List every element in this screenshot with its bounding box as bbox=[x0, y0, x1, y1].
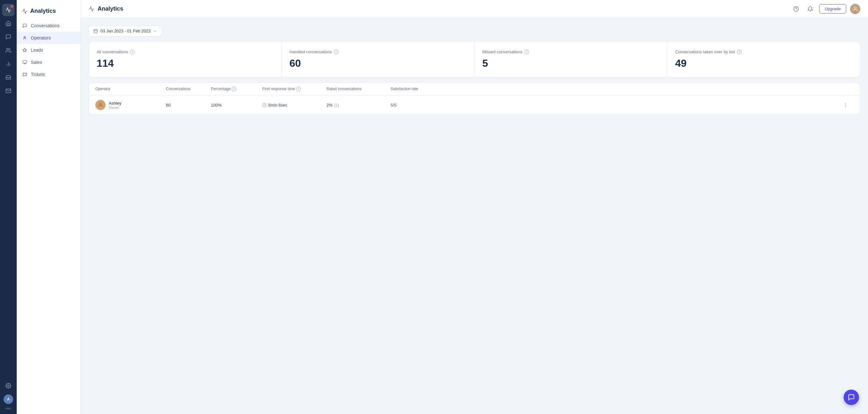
td-satisfaction-rate: 5/5 bbox=[391, 103, 841, 107]
main-area: Analytics Upgrade bbox=[81, 0, 868, 414]
stat-handled-conversations-label: Handled conversations ? bbox=[289, 50, 467, 54]
td-more bbox=[841, 100, 854, 109]
more-options-button[interactable] bbox=[841, 100, 850, 109]
all-conversations-help[interactable]: ? bbox=[130, 50, 134, 54]
svg-rect-7 bbox=[23, 61, 27, 63]
stat-missed-conversations-label: Missed conversations ? bbox=[483, 50, 660, 54]
stat-handled-conversations-value: 60 bbox=[289, 58, 467, 69]
user-avatar-small: A bbox=[3, 394, 13, 404]
stat-all-conversations-value: 114 bbox=[97, 58, 274, 69]
stat-missed-conversations-value: 5 bbox=[483, 58, 660, 69]
sidebar-item-tickets-label: Tickets bbox=[31, 72, 45, 77]
icon-bar-inbox[interactable] bbox=[2, 71, 14, 84]
first-response-help[interactable]: ? bbox=[296, 87, 301, 91]
sidebar-item-tickets[interactable]: Tickets bbox=[17, 68, 81, 81]
sidebar-item-operators[interactable]: Operators bbox=[17, 32, 81, 44]
stats-row: All conversations ? 114 Handled conversa… bbox=[89, 41, 860, 77]
operator-role: Owner bbox=[109, 105, 121, 109]
chevron-down-icon bbox=[153, 29, 157, 33]
stat-all-conversations-label: All conversations ? bbox=[97, 50, 274, 54]
topbar: Analytics Upgrade bbox=[81, 0, 868, 18]
td-conversations: 60 bbox=[166, 103, 211, 107]
satisfaction-rate-link[interactable]: 5/5 bbox=[391, 103, 397, 107]
th-conversations: Conversations bbox=[166, 87, 211, 91]
stat-handled-conversations: Handled conversations ? 60 bbox=[282, 42, 475, 77]
svg-point-5 bbox=[24, 36, 26, 38]
th-rated-conversations: Rated conversations bbox=[327, 87, 391, 91]
sidebar-item-conversations[interactable]: Conversations bbox=[17, 20, 81, 32]
sales-icon bbox=[22, 59, 28, 65]
svg-point-12 bbox=[854, 7, 857, 9]
svg-marker-6 bbox=[23, 48, 27, 52]
stat-taken-over-by-bot: Conversations taken over by bot ? 49 bbox=[668, 42, 860, 77]
percentage-help[interactable]: ? bbox=[232, 87, 236, 91]
user-avatar[interactable] bbox=[850, 4, 860, 14]
missed-conversations-help[interactable]: ? bbox=[525, 50, 529, 54]
icon-bar-avatar-container[interactable]: A bbox=[2, 393, 14, 405]
clock-icon bbox=[262, 103, 267, 107]
icon-bar: A PRO bbox=[0, 0, 17, 414]
icon-bar-contacts[interactable] bbox=[2, 44, 14, 57]
help-button[interactable] bbox=[791, 4, 801, 14]
leads-icon bbox=[22, 47, 28, 53]
stat-taken-over-by-bot-value: 49 bbox=[675, 58, 852, 69]
notification-badge bbox=[10, 5, 13, 8]
more-vertical-icon bbox=[843, 102, 848, 107]
handled-conversations-help[interactable]: ? bbox=[334, 50, 338, 54]
svg-point-19 bbox=[845, 103, 845, 104]
operator-avatar bbox=[95, 100, 105, 110]
td-rated-conversations: 2% (1) bbox=[327, 103, 391, 107]
tickets-icon bbox=[22, 71, 28, 77]
svg-point-21 bbox=[845, 106, 845, 107]
operator-name: Ashley bbox=[109, 101, 121, 105]
upgrade-button[interactable]: Upgrade bbox=[819, 4, 846, 13]
th-operator: Operator bbox=[95, 87, 166, 91]
chat-bubble-button[interactable] bbox=[844, 390, 859, 405]
sidebar-item-operators-label: Operators bbox=[31, 35, 51, 40]
sidebar-item-leads-label: Leads bbox=[31, 47, 43, 53]
icon-bar-conversations[interactable] bbox=[2, 31, 14, 43]
date-filter[interactable]: 03 Jan 2023 - 01 Feb 2023 bbox=[89, 26, 162, 36]
stat-all-conversations: All conversations ? 114 bbox=[89, 42, 282, 77]
th-first-response-time: First response time ? bbox=[262, 87, 327, 91]
table-header: Operator Conversations Percentage ? Firs… bbox=[89, 83, 860, 95]
stat-missed-conversations: Missed conversations ? 5 bbox=[475, 42, 668, 77]
content-area: 03 Jan 2023 - 01 Feb 2023 All conversati… bbox=[81, 18, 868, 414]
sidebar-item-sales[interactable]: Sales bbox=[17, 56, 81, 68]
table-row: Ashley Owner 60 100% 6min 6sec 2% (1) bbox=[89, 95, 860, 115]
analytics-icon bbox=[22, 8, 28, 14]
sidebar-item-conversations-label: Conversations bbox=[31, 23, 60, 28]
sidebar-title: Analytics bbox=[17, 5, 81, 20]
calendar-icon bbox=[93, 29, 98, 33]
svg-point-17 bbox=[99, 103, 102, 105]
operator-info: Ashley Owner bbox=[109, 101, 121, 109]
td-first-response-time: 6min 6sec bbox=[262, 103, 327, 107]
operators-table: Operator Conversations Percentage ? Firs… bbox=[89, 83, 860, 115]
topbar-actions: Upgrade bbox=[791, 4, 860, 14]
sidebar-item-leads[interactable]: Leads bbox=[17, 44, 81, 56]
sidebar-item-sales-label: Sales bbox=[31, 60, 42, 65]
sidebar: Analytics Conversations Operators Leads bbox=[17, 0, 81, 414]
icon-bar-settings[interactable] bbox=[2, 380, 14, 392]
chat-bubble-icon bbox=[848, 394, 855, 401]
taken-over-by-bot-help[interactable]: ? bbox=[737, 50, 742, 54]
conversations-icon bbox=[22, 23, 28, 29]
pro-label: PRO bbox=[5, 407, 11, 410]
date-filter-label: 03 Jan 2023 - 01 Feb 2023 bbox=[100, 29, 151, 33]
page-title-text: Analytics bbox=[98, 5, 123, 12]
th-percentage: Percentage ? bbox=[211, 87, 262, 91]
icon-bar-reports[interactable] bbox=[2, 58, 14, 70]
icon-bar-analytics[interactable] bbox=[2, 4, 14, 16]
notifications-button[interactable] bbox=[805, 4, 815, 14]
svg-rect-13 bbox=[94, 30, 98, 33]
rated-count: (1) bbox=[334, 103, 339, 107]
td-percentage: 100% bbox=[211, 103, 262, 107]
stat-taken-over-by-bot-label: Conversations taken over by bot ? bbox=[675, 50, 852, 54]
td-operator: Ashley Owner bbox=[95, 100, 166, 110]
icon-bar-email[interactable] bbox=[2, 85, 14, 97]
th-actions bbox=[841, 87, 854, 91]
svg-point-20 bbox=[845, 105, 845, 105]
page-title-icon bbox=[89, 6, 94, 12]
sidebar-header-label: Analytics bbox=[30, 8, 56, 14]
icon-bar-home[interactable] bbox=[2, 17, 14, 30]
